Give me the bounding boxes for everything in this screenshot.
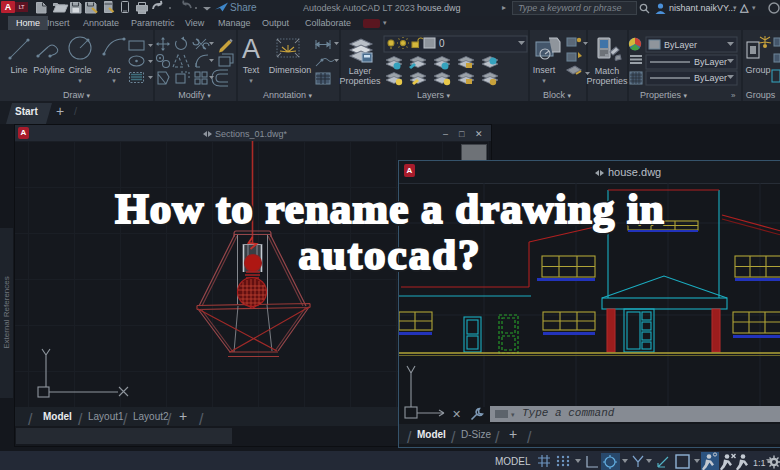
svg-text:1:1: 1:1 (753, 458, 766, 468)
svg-text:ByLayer: ByLayer (694, 57, 727, 67)
svg-text:0: 0 (439, 38, 445, 49)
svg-text:ByLayer: ByLayer (694, 73, 727, 83)
svg-text:ByLayer: ByLayer (664, 40, 697, 50)
svg-text:A: A (242, 34, 260, 64)
